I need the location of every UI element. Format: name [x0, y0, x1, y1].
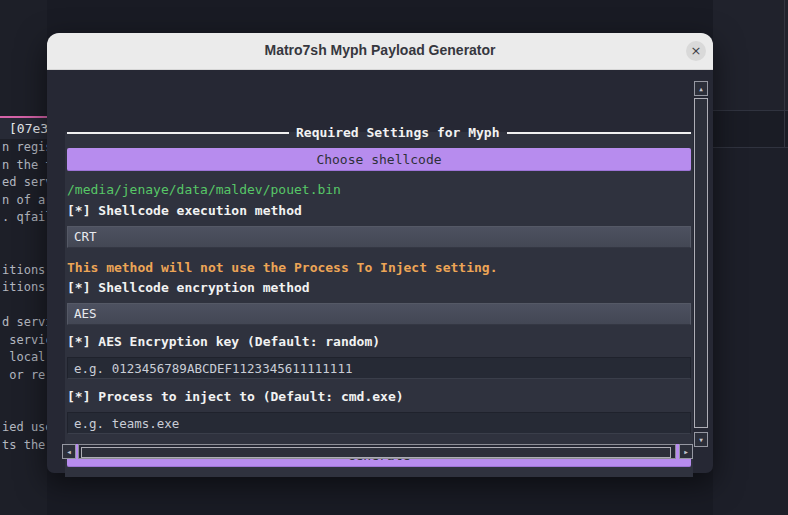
up-arrow-icon: ▲ — [699, 85, 703, 92]
terminal-panel-band — [713, 111, 788, 148]
scroll-left-button[interactable]: ◀ — [62, 444, 76, 459]
terminal-text-fragments: n regis n the t ed serv n of ar . qfail … — [2, 139, 53, 454]
aes-key-label: [*] AES Encryption key (Default: random) — [67, 334, 691, 349]
execution-method-combobox[interactable]: CRT — [67, 226, 691, 248]
process-inject-label: [*] Process to inject to (Default: cmd.e… — [67, 389, 691, 404]
aes-key-input[interactable] — [67, 357, 691, 379]
choose-shellcode-button[interactable]: Choose shellcode — [67, 148, 691, 171]
section-header: Required Settings for Myph — [67, 125, 691, 140]
payload-generator-window: Matro7sh Myph Payload Generator × Requir… — [47, 33, 713, 473]
terminal-panel-border — [784, 0, 785, 147]
shellcode-path-text: /media/jenaye/data/maldev/pouet.bin — [67, 182, 691, 197]
section-rule-left — [67, 132, 289, 134]
terminal-statusbar-text: [07e3 — [9, 121, 47, 136]
horizontal-scrollbar-thumb[interactable] — [81, 447, 671, 458]
section-title: Required Settings for Myph — [296, 125, 500, 140]
terminal-panel-top — [713, 0, 788, 111]
down-arrow-icon: ▼ — [699, 436, 703, 443]
right-arrow-icon: ▶ — [684, 448, 688, 455]
scroll-up-button[interactable]: ▲ — [694, 81, 708, 96]
screen: [07e3 n regis n the t ed serv n of ar . … — [0, 0, 788, 515]
terminal-background-right — [713, 0, 788, 515]
close-button[interactable]: × — [686, 41, 706, 61]
window-titlebar[interactable]: Matro7sh Myph Payload Generator × — [47, 33, 713, 70]
scroll-down-button[interactable]: ▼ — [694, 432, 708, 447]
close-icon: × — [691, 43, 702, 58]
encryption-method-combobox[interactable]: AES — [67, 303, 691, 325]
process-inject-input[interactable] — [67, 412, 691, 434]
section-rule-right — [507, 132, 692, 134]
terminal-background-left: [07e3 n regis n the t ed serv n of ar . … — [0, 0, 47, 515]
scroll-right-button[interactable]: ▶ — [679, 444, 693, 459]
encryption-method-label: [*] Shellcode encryption method — [67, 280, 691, 295]
window-title: Matro7sh Myph Payload Generator — [47, 42, 713, 58]
vertical-scrollbar-thumb[interactable] — [694, 98, 708, 428]
left-arrow-icon: ◀ — [67, 448, 71, 455]
execution-method-label: [*] Shellcode execution method — [67, 203, 691, 218]
method-warning-text: This method will not use the Process To … — [67, 260, 691, 275]
window-body: Required Settings for Myph Choose shellc… — [47, 70, 713, 473]
terminal-statusbar: [07e3 — [0, 118, 47, 139]
horizontal-scrollbar-track[interactable] — [78, 444, 676, 459]
